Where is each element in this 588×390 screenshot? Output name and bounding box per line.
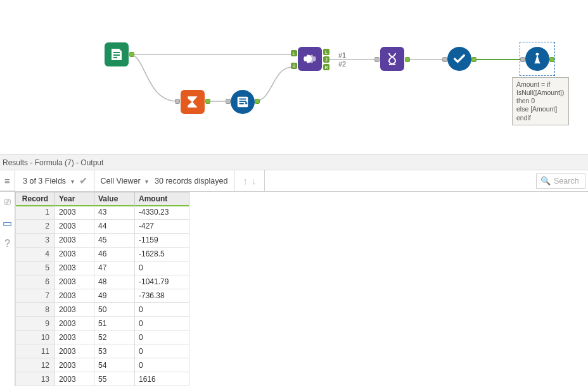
summarize-tool[interactable] [181, 90, 205, 114]
cell-year: 2003 [55, 289, 94, 303]
cell-year: 2003 [55, 233, 94, 247]
table-row[interactable]: 52003470 [16, 261, 189, 275]
cell-viewer-label: Cell Viewer [101, 177, 141, 186]
table-row[interactable]: 102003520 [16, 330, 189, 344]
input-anchor[interactable] [226, 99, 231, 104]
table-row[interactable]: 7200349-736.38 [16, 289, 189, 303]
output-anchor[interactable] [405, 57, 410, 62]
cell-viewer-dropdown[interactable]: Cell Viewer ▾ [101, 177, 148, 186]
table-row[interactable]: 132003551616 [16, 372, 189, 386]
col-amount[interactable]: Amount [135, 192, 189, 206]
input-anchor[interactable] [442, 57, 447, 62]
cell-record: 9 [16, 317, 55, 330]
cell-value: 55 [94, 372, 135, 386]
col-record[interactable]: Record [16, 192, 55, 206]
cell-year: 2003 [55, 303, 94, 317]
cell-amount: -1628.5 [135, 247, 189, 261]
join-anchor-r[interactable]: R [291, 63, 297, 69]
svg-point-10 [313, 54, 316, 57]
cell-record: 2 [16, 219, 55, 233]
formula-tool[interactable] [525, 47, 549, 71]
chevron-down-icon: ▾ [145, 178, 148, 185]
select-tool[interactable] [447, 47, 471, 71]
cell-amount: 0 [135, 344, 189, 358]
join-anchor-out-l[interactable]: L [323, 49, 329, 55]
output-anchor[interactable] [471, 57, 476, 62]
join-anchor-out-r[interactable]: R [323, 64, 329, 70]
search-input[interactable]: 🔍 Search [536, 173, 585, 189]
results-grid[interactable]: Record Year Value Amount 1200343-4330.23… [15, 192, 189, 386]
cell-record: 6 [16, 275, 55, 289]
input-anchor[interactable] [520, 57, 525, 62]
svg-rect-0 [113, 52, 120, 53]
cell-record: 10 [16, 330, 55, 344]
svg-rect-4 [240, 99, 246, 100]
table-row[interactable]: 2200344-427 [16, 219, 189, 233]
table-row[interactable]: 6200348-1041.79 [16, 275, 189, 289]
annotation-line: then 0 [516, 97, 565, 105]
cell-amount: -1041.79 [135, 275, 189, 289]
table-row[interactable]: 1200343-4330.23 [16, 206, 189, 220]
input-anchor[interactable] [374, 57, 380, 62]
output-anchor[interactable] [549, 57, 554, 62]
cell-record: 5 [16, 261, 55, 275]
cell-amount: -1159 [135, 233, 189, 247]
table-row[interactable]: 3200345-1159 [16, 233, 189, 247]
cell-value: 49 [94, 289, 135, 303]
table-row[interactable]: 92003510 [16, 317, 189, 330]
join-tool[interactable] [298, 47, 322, 71]
cell-year: 2003 [55, 358, 94, 372]
cell-year: 2003 [55, 206, 94, 220]
annotation-line: IsNull([Amount]) [516, 89, 565, 97]
cell-value: 53 [94, 344, 135, 358]
append-fields-tool[interactable] [231, 90, 255, 114]
separator [264, 170, 265, 191]
cell-amount: 0 [135, 330, 189, 344]
output-anchor[interactable] [255, 99, 260, 104]
dynamic-rename-tool[interactable] [380, 47, 404, 71]
arrow-down-icon[interactable]: ↓ [252, 175, 257, 186]
cell-value: 47 [94, 261, 135, 275]
cell-amount: -736.38 [135, 289, 189, 303]
results-toolbar: ≡ 3 of 3 Fields ▾ ✔ Cell Viewer ▾ 30 rec… [0, 170, 588, 192]
cell-record: 12 [16, 358, 55, 372]
check-icon[interactable]: ✔ [79, 175, 87, 187]
view-tab-messages[interactable]: ≡ [0, 170, 15, 191]
svg-rect-1 [113, 54, 120, 56]
col-year[interactable]: Year [55, 192, 94, 206]
connector-wires [0, 0, 588, 154]
cell-year: 2003 [55, 317, 94, 330]
table-row[interactable]: 4200346-1628.5 [16, 247, 189, 261]
input-anchor[interactable] [175, 99, 180, 104]
arrow-up-icon[interactable]: ↑ [243, 175, 248, 186]
cell-record: 13 [16, 372, 55, 386]
formula-annotation: Amount = if IsNull([Amount]) then 0 else… [512, 77, 569, 125]
join-anchor-l[interactable]: L [291, 50, 297, 56]
fields-dropdown[interactable]: 3 of 3 Fields ▾ [23, 177, 74, 186]
output-anchor[interactable] [129, 52, 134, 57]
svg-point-12 [313, 61, 316, 63]
cell-value: 45 [94, 233, 135, 247]
join-anchor-out-j[interactable]: J [323, 56, 329, 63]
output-anchor[interactable] [205, 99, 210, 104]
table-row[interactable]: 112003530 [16, 344, 189, 358]
cell-amount: 0 [135, 317, 189, 330]
cell-year: 2003 [55, 247, 94, 261]
cell-year: 2003 [55, 372, 94, 386]
table-row[interactable]: 82003500 [16, 303, 189, 317]
rail-help-icon[interactable]: ? [0, 234, 15, 255]
cell-record: 7 [16, 289, 55, 303]
col-value[interactable]: Value [94, 192, 135, 206]
input-data-tool[interactable] [105, 42, 129, 66]
svg-point-13 [535, 53, 539, 56]
rail-schema-icon[interactable]: ⎚ [0, 192, 15, 213]
workflow-canvas[interactable]: L R L J R #1 #2 Amount = if IsNull([Amou… [0, 0, 588, 154]
cell-value: 46 [94, 247, 135, 261]
cell-value: 43 [94, 206, 135, 220]
search-icon: 🔍 [540, 176, 551, 186]
rail-data-icon[interactable]: ▭ [0, 213, 15, 234]
table-row[interactable]: 122003540 [16, 358, 189, 372]
annotation-line: else [Amount] [516, 105, 565, 113]
cell-amount: -427 [135, 219, 189, 233]
fields-label: 3 of 3 Fields [23, 177, 66, 186]
